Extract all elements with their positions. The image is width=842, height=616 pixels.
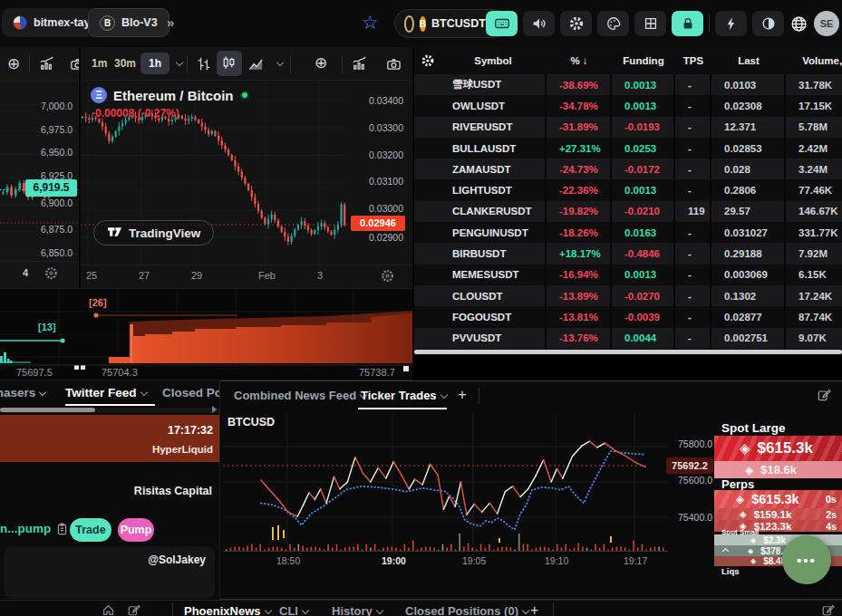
depth-chart[interactable] xyxy=(0,289,412,380)
table-row[interactable]: CLANKERUSDT-19.82%-0.021011929.57146.67K xyxy=(414,201,842,222)
last-price-badge: 75692.2 xyxy=(666,457,713,474)
cell-tps: - xyxy=(675,138,711,159)
more-actions-fab[interactable]: ••• xyxy=(782,535,831,584)
perp-trade-row[interactable]: ◈$159.1k2s xyxy=(714,508,842,520)
table-scrollbar[interactable] xyxy=(414,350,842,354)
spot-large-trade-row[interactable]: ◈$615.3k xyxy=(714,436,842,461)
browser-tab-blo[interactable]: B Blo-V3 xyxy=(88,8,169,37)
user-avatar[interactable]: SE xyxy=(814,11,839,36)
tab-ticker-trades[interactable]: Ticker Trades xyxy=(361,389,447,402)
trade-button[interactable]: Trade xyxy=(70,518,111,542)
tab-phoenixnews[interactable]: PhoenixNews xyxy=(184,604,271,616)
tab-overflow-chevrons[interactable]: » xyxy=(167,14,174,30)
globe-icon[interactable] xyxy=(789,14,808,34)
exchange-diamond-icon: ◈ xyxy=(745,464,753,476)
axis-label: 75400.0 xyxy=(671,512,712,523)
bars-style-icon[interactable] xyxy=(195,55,212,72)
sound-button[interactable] xyxy=(523,11,555,36)
interval-30m-button[interactable]: 30m xyxy=(114,57,136,70)
compose-icon[interactable] xyxy=(127,603,140,616)
add-symbol-icon[interactable]: ⊕ xyxy=(7,54,20,73)
perp-trade-row[interactable]: ◈$615.3k0s xyxy=(714,490,842,508)
col-header[interactable]: Symbol xyxy=(440,55,547,66)
btcusd-trades-chart[interactable] xyxy=(223,413,668,552)
trade-amount: $159.1k xyxy=(754,509,792,520)
tweet-card[interactable]: @SolJakey xyxy=(4,546,215,599)
table-row[interactable]: PVVUSDT-13.76%0.0044-0.0027519.07K xyxy=(414,328,842,349)
candles-style-button[interactable] xyxy=(217,51,242,76)
spot-large-title: Spot Large xyxy=(721,421,786,435)
interval-1h-button[interactable]: 1h xyxy=(140,53,169,74)
add-tab-button[interactable]: + xyxy=(530,602,538,616)
col-header[interactable]: TPS xyxy=(675,55,711,66)
watermark-label: TradingView xyxy=(129,226,200,240)
palette-button[interactable] xyxy=(597,11,629,36)
camera-icon[interactable] xyxy=(385,55,402,72)
chart-title[interactable]: Ethereum / Bitcoin xyxy=(113,88,234,103)
cell-pct: -13.76% xyxy=(547,328,612,349)
cell-pct: +27.31% xyxy=(547,138,612,159)
col-header[interactable]: % ↓ xyxy=(547,55,612,66)
spot-large-trade-row[interactable]: ◈$18.6k xyxy=(714,461,842,478)
pump-button[interactable]: Pump xyxy=(118,518,154,542)
col-header[interactable]: Last xyxy=(711,55,786,66)
feed-author[interactable]: Risitas Capital xyxy=(134,485,212,497)
tab-closed-positions[interactable]: Closed Positions (0) xyxy=(405,604,528,616)
table-row[interactable]: LIGHTUSDT-22.36%0.0013-0.280677.46K xyxy=(414,179,842,200)
table-row[interactable]: PENGUINUSDT-18.26%0.0163-0.031027331.77K xyxy=(414,222,842,243)
cell-symbol: LIGHTUSDT xyxy=(440,179,547,200)
table-row[interactable]: RIVERUSDT-31.89%-0.0193-12.3715.78M xyxy=(414,117,842,138)
tab-closed-positions[interactable]: Closed Pos xyxy=(162,386,220,399)
star-icon[interactable]: ☆ xyxy=(362,12,379,34)
table-row[interactable]: BIRBUSDT+18.17%-0.4846-0.291887.92M xyxy=(414,243,842,264)
cell-pct: -38.69% xyxy=(547,74,612,95)
compose-icon[interactable] xyxy=(821,603,835,616)
grid-layout-button[interactable] xyxy=(634,11,666,36)
add-alert-icon[interactable]: ⊕ xyxy=(315,53,327,72)
axis-settings-icon[interactable] xyxy=(44,265,59,281)
contrast-button[interactable] xyxy=(752,11,784,36)
indicators-icon[interactable] xyxy=(351,55,368,72)
chevron-down-icon[interactable] xyxy=(276,59,284,66)
feed-item-banner[interactable]: 17:17:32 HyperLiquid xyxy=(0,415,220,462)
token-link[interactable]: n...pump xyxy=(0,522,51,535)
tab-history[interactable]: History xyxy=(332,604,382,616)
keyboard-button[interactable] xyxy=(486,11,518,36)
lock-button[interactable] xyxy=(672,11,703,36)
add-tab-button[interactable]: + xyxy=(458,386,467,404)
area-style-icon[interactable] xyxy=(247,55,265,72)
cell-volume: 2.42M xyxy=(786,138,842,159)
cell-funding: 0.0253 xyxy=(612,138,675,159)
tab-twitter-feed[interactable]: Twitter Feed xyxy=(65,386,147,399)
tab-cli[interactable]: CLI xyxy=(279,604,308,616)
tab-combined-news-feed[interactable]: Combined News Feed xyxy=(234,389,366,402)
table-row[interactable]: ZAMAUSDT-24.73%-0.0172-0.0283.24M xyxy=(414,159,842,179)
camera-icon[interactable] xyxy=(69,55,79,72)
copy-clipboard-icon[interactable] xyxy=(55,522,69,536)
exchange-diamond-icon: ◈ xyxy=(750,536,756,544)
table-row[interactable]: MEMESUSDT-16.94%0.0013-0.0030696.15K xyxy=(414,265,842,285)
table-row[interactable]: FOGOUSDT-13.81%-0.0039-0.0287787.74K xyxy=(414,306,842,327)
axis-settings-icon[interactable] xyxy=(380,268,395,284)
scroll-right-arrow-icon[interactable] xyxy=(212,406,217,413)
gold-coin-icon xyxy=(404,15,414,33)
table-row[interactable]: BULLAUSDT+27.31%0.0253-0.028532.42M xyxy=(414,138,842,159)
col-header[interactable]: Funding xyxy=(612,55,675,66)
home-icon[interactable] xyxy=(102,603,115,616)
chevron-down-icon[interactable] xyxy=(176,59,183,66)
col-header[interactable]: Volume, $ xyxy=(786,55,842,66)
interval-1m-button[interactable]: 1m xyxy=(92,57,107,70)
scrollbar-thumb[interactable] xyxy=(0,408,95,412)
axis-label: 6,900.0 xyxy=(41,197,73,208)
table-row[interactable]: 雪球USDT-38.69%0.0013-0.010331.78K xyxy=(414,74,842,95)
toolbar-divider xyxy=(187,55,188,73)
settings-button[interactable] xyxy=(560,11,592,36)
indicators-icon[interactable] xyxy=(38,55,55,72)
cell-pct: -34.78% xyxy=(547,95,612,116)
table-settings-icon[interactable] xyxy=(421,53,435,68)
tab-chasers[interactable]: Chasers xyxy=(0,386,45,399)
collapse-chevron-icon[interactable] xyxy=(722,547,729,553)
lightning-button[interactable] xyxy=(715,11,747,36)
table-row[interactable]: CLOUSDT-13.89%-0.0270-0.130217.24K xyxy=(414,285,842,306)
table-row[interactable]: OWLUSDT-34.78%0.0013-0.0230817.15K xyxy=(414,95,842,116)
